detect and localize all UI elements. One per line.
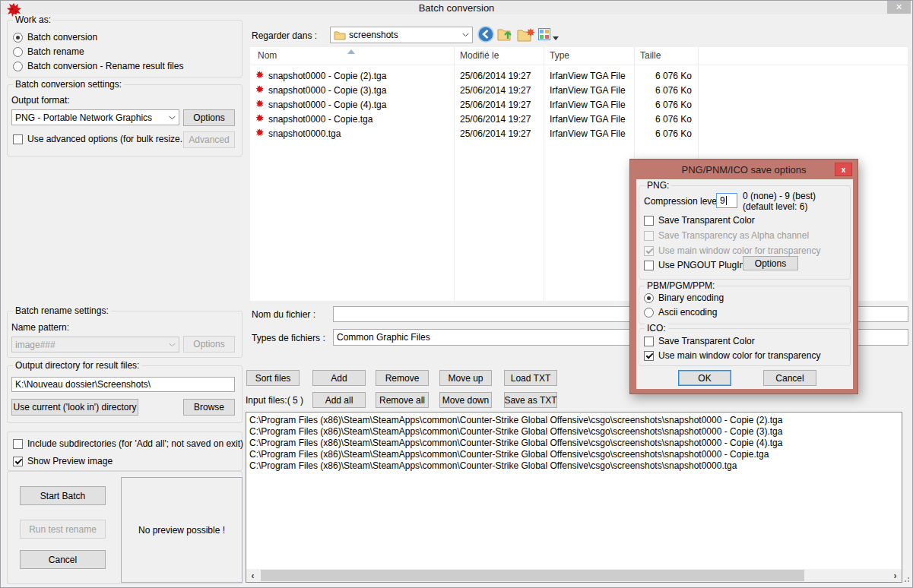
- column-header-type[interactable]: Type: [550, 50, 569, 61]
- include-subdirectories-checkbox[interactable]: Include subdirectories (for 'Add all'; n…: [13, 438, 243, 450]
- irfanview-file-icon: [255, 85, 265, 97]
- view-menu-caret-icon[interactable]: [553, 32, 559, 43]
- chevron-down-icon: [169, 343, 176, 346]
- button-label: Options: [193, 112, 224, 123]
- input-file-path[interactable]: C:\Program Files (x86)\Steam\SteamApps\c…: [246, 426, 902, 438]
- scroll-left-icon[interactable]: ‹: [246, 569, 259, 582]
- scroll-right-icon[interactable]: ›: [889, 569, 902, 582]
- output-format-select[interactable]: PNG - Portable Network Graphics: [11, 109, 179, 125]
- remove-all-button[interactable]: Remove all: [376, 392, 429, 408]
- binary-encoding-radio[interactable]: Binary encoding: [644, 292, 724, 304]
- file-modified: 25/06/2014 19:27: [460, 114, 531, 125]
- remove-button[interactable]: Remove: [376, 370, 429, 386]
- input-file-path[interactable]: C:\Program Files (x86)\Steam\SteamApps\c…: [246, 415, 902, 426]
- checkbox-icon: [13, 134, 23, 144]
- button-label: Cancel: [49, 555, 77, 565]
- radio-label: Batch rename: [27, 46, 84, 57]
- radio-icon: [644, 293, 654, 303]
- cancel-button[interactable]: Cancel: [20, 550, 106, 569]
- look-in-select[interactable]: screenshots: [330, 27, 473, 43]
- button-label: Sort files: [255, 373, 291, 384]
- checkbox-label: Use main window color for transparency: [658, 245, 820, 256]
- checkbox-icon: [13, 439, 23, 449]
- radio-batch-rename[interactable]: Batch rename: [13, 46, 84, 58]
- dialog-titlebar[interactable]: PNG/PNM/ICO save options: [630, 160, 858, 179]
- new-folder-icon[interactable]: [517, 27, 535, 44]
- header-separator: [250, 65, 908, 65]
- chevron-down-icon: [462, 33, 469, 37]
- checkbox-label: Show Preview image: [27, 456, 113, 466]
- button-label: Cancel: [775, 373, 804, 384]
- pngout-options-button[interactable]: Options: [743, 256, 798, 270]
- irfanview-file-icon: [255, 100, 265, 112]
- png-save-transparent-checkbox[interactable]: Save Transparent Color: [644, 214, 755, 226]
- button-label: Move down: [442, 395, 489, 406]
- dialog-title: PNG/PNM/ICO save options: [682, 164, 807, 175]
- resize-grip-icon[interactable]: [902, 574, 910, 585]
- irfanview-file-icon: [255, 71, 265, 83]
- move-down-button[interactable]: Move down: [439, 392, 492, 408]
- close-icon: ✕: [896, 2, 902, 12]
- add-all-button[interactable]: Add all: [312, 392, 366, 408]
- scrollbar-thumb[interactable]: [261, 570, 804, 581]
- compression-default-hint: (default level: 6): [743, 201, 807, 212]
- sort-files-button[interactable]: Sort files: [246, 370, 300, 386]
- add-button[interactable]: Add: [312, 370, 366, 386]
- button-label: Save as TXT: [504, 395, 556, 406]
- file-modified: 25/06/2014 19:27: [460, 85, 531, 96]
- input-file-path[interactable]: C:\Program Files (x86)\Steam\SteamApps\c…: [246, 460, 902, 472]
- radio-label: Batch conversion - Rename result files: [27, 61, 183, 71]
- window-titlebar[interactable]: Batch conversion: [1, 1, 912, 14]
- view-menu-icon[interactable]: [538, 28, 550, 43]
- button-label: Options: [193, 339, 224, 349]
- compression-level-input[interactable]: 9: [716, 193, 737, 208]
- checkbox-icon: [644, 231, 654, 241]
- file-row[interactable]: snapshot0000 - Copie.tga 25/06/2014 19:2…: [250, 112, 908, 126]
- dialog-cancel-button[interactable]: Cancel: [763, 370, 816, 386]
- radio-label: Batch conversion: [27, 32, 97, 43]
- window-close-button[interactable]: ✕: [887, 1, 911, 14]
- ascii-encoding-radio[interactable]: Ascii encoding: [644, 306, 717, 318]
- back-icon[interactable]: [477, 26, 494, 45]
- radio-batch-conversion[interactable]: Batch conversion: [13, 31, 97, 43]
- ico-save-transparent-checkbox[interactable]: Save Transparent Color: [644, 335, 755, 347]
- png-group-legend: PNG:: [645, 180, 671, 191]
- file-row[interactable]: snapshot0000 - Copie (3).tga 25/06/2014 …: [250, 83, 908, 97]
- file-row[interactable]: snapshot0000 - Copie (4).tga 25/06/2014 …: [250, 97, 908, 112]
- column-header-name[interactable]: Nom: [258, 50, 277, 61]
- advanced-options-checkbox[interactable]: Use advanced options (for bulk resize...…: [13, 133, 191, 145]
- load-txt-button[interactable]: Load TXT: [504, 370, 557, 386]
- use-current-directory-button[interactable]: Use current ('look in') directory: [11, 399, 138, 416]
- format-options-button[interactable]: Options: [183, 109, 235, 126]
- file-row[interactable]: snapshot0000.tga 25/06/2014 19:27 IrfanV…: [250, 126, 908, 141]
- dialog-ok-button[interactable]: OK: [678, 370, 731, 386]
- browse-button[interactable]: Browse: [183, 399, 235, 416]
- conversion-settings-legend: Batch conversion settings:: [13, 79, 124, 90]
- show-preview-checkbox[interactable]: Show Preview image: [13, 455, 113, 467]
- start-batch-button[interactable]: Start Batch: [20, 486, 106, 505]
- output-directory-input[interactable]: K:\Nouveau dossier\Screenshots\: [11, 377, 235, 392]
- button-label: Move up: [448, 373, 483, 384]
- up-folder-icon[interactable]: [497, 27, 514, 44]
- horizontal-scrollbar[interactable]: ‹ ›: [246, 569, 902, 582]
- name-pattern-value: image###: [15, 340, 55, 350]
- save-as-txt-button[interactable]: Save as TXT: [504, 392, 557, 408]
- file-size: 6 076 Ko: [634, 128, 692, 139]
- column-header-modified[interactable]: Modifié le: [460, 50, 499, 61]
- file-row[interactable]: snapshot0000 - Copie (2).tga 25/06/2014 …: [250, 68, 908, 83]
- checkbox-icon: [644, 351, 654, 361]
- input-file-path[interactable]: C:\Program Files (x86)\Steam\SteamApps\c…: [246, 449, 902, 460]
- output-directory-legend: Output directory for result files:: [13, 360, 141, 371]
- pngout-plugin-checkbox[interactable]: Use PNGOUT PlugIn: [644, 259, 744, 271]
- checkbox-label: Use advanced options (for bulk resize...…: [27, 134, 191, 144]
- close-icon: x: [842, 166, 846, 174]
- column-header-size[interactable]: Taille: [640, 50, 661, 61]
- dialog-close-button[interactable]: x: [835, 163, 852, 176]
- move-up-button[interactable]: Move up: [439, 370, 492, 386]
- file-size: 6 076 Ko: [634, 85, 692, 96]
- input-file-path[interactable]: C:\Program Files (x86)\Steam\SteamApps\c…: [246, 438, 902, 449]
- file-type-value: Common Graphic Files: [337, 332, 430, 343]
- radio-batch-conversion-rename[interactable]: Batch conversion - Rename result files: [13, 60, 183, 72]
- ico-main-window-color-checkbox[interactable]: Use main window color for transparency: [644, 349, 820, 362]
- compression-level-value: 9: [720, 195, 725, 206]
